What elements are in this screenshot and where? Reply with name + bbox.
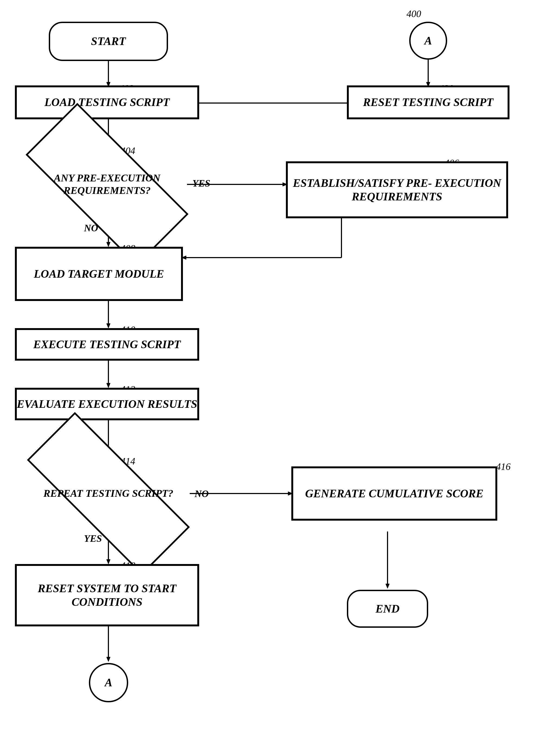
svg-marker-14 bbox=[107, 323, 110, 328]
end-node: END bbox=[347, 590, 428, 628]
svg-marker-24 bbox=[386, 584, 389, 588]
no-pre-exec-label: NO bbox=[84, 222, 98, 234]
load-target-module-label: LOAD TARGET MODULE bbox=[34, 267, 164, 281]
establish-satisfy-node: ESTABLISH/SATISFY PRE- EXECUTION REQUIRE… bbox=[286, 161, 508, 218]
ref-416: 416 bbox=[496, 461, 511, 472]
reset-testing-script-label: RESET TESTING SCRIPT bbox=[363, 95, 493, 109]
ref-400: 400 bbox=[406, 8, 421, 20]
execute-testing-script-node: EXECUTE TESTING SCRIPT bbox=[15, 328, 199, 361]
yes-pre-exec-label: YES bbox=[193, 178, 210, 189]
start-node: START bbox=[49, 22, 168, 61]
evaluate-execution-label: EVALUATE EXECUTION RESULTS bbox=[17, 397, 197, 411]
generate-cumulative-label: GENERATE CUMULATIVE SCORE bbox=[305, 487, 483, 500]
repeat-testing-diamond: REPEAT TESTING SCRIPT? bbox=[27, 412, 190, 575]
load-target-module-node: LOAD TARGET MODULE bbox=[15, 247, 183, 301]
end-label: END bbox=[376, 602, 400, 616]
any-pre-exec-label: ANY PRE-EXECUTION REQUIREMENTS? bbox=[30, 172, 184, 197]
reset-system-label: RESET SYSTEM TO START CONDITIONS bbox=[17, 582, 197, 609]
reset-system-node: RESET SYSTEM TO START CONDITIONS bbox=[15, 564, 199, 626]
generate-cumulative-node: GENERATE CUMULATIVE SCORE bbox=[291, 466, 497, 521]
connector-a-top: A bbox=[409, 22, 447, 60]
connector-a-bottom: A bbox=[89, 663, 128, 702]
svg-marker-9 bbox=[107, 242, 110, 247]
yes-repeat-label: YES bbox=[84, 533, 102, 544]
no-repeat-label: NO bbox=[195, 488, 209, 499]
evaluate-execution-node: EVALUATE EXECUTION RESULTS bbox=[15, 388, 199, 420]
start-label: START bbox=[91, 34, 126, 48]
connector-a-top-label: A bbox=[424, 34, 432, 47]
connector-a-bottom-label: A bbox=[105, 676, 112, 689]
flowchart: 400 A START 402 420 LOAD TESTING SCRIPT … bbox=[0, 0, 542, 756]
load-testing-script-label: LOAD TESTING SCRIPT bbox=[44, 95, 170, 109]
any-pre-exec-diamond: ANY PRE-EXECUTION REQUIREMENTS? bbox=[25, 103, 188, 266]
svg-marker-22 bbox=[107, 559, 110, 564]
establish-satisfy-label: ESTABLISH/SATISFY PRE- EXECUTION REQUIRE… bbox=[288, 176, 506, 204]
execute-testing-script-label: EXECUTE TESTING SCRIPT bbox=[33, 338, 181, 351]
svg-marker-16 bbox=[107, 383, 110, 388]
svg-marker-26 bbox=[107, 657, 110, 662]
repeat-testing-label: REPEAT TESTING SCRIPT? bbox=[43, 487, 173, 500]
reset-testing-script-node: RESET TESTING SCRIPT bbox=[347, 85, 509, 119]
load-testing-script-node: LOAD TESTING SCRIPT bbox=[15, 85, 199, 119]
